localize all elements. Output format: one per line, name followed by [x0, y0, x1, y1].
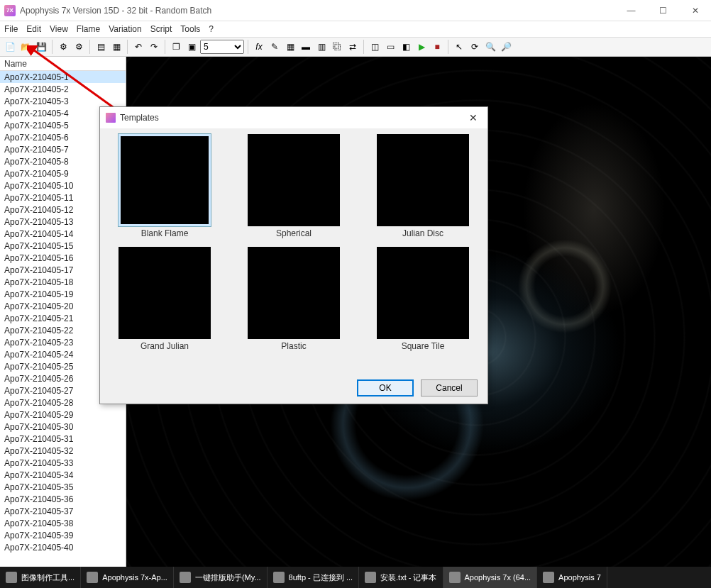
- list-item[interactable]: Apo7X-210405-32: [0, 445, 126, 457]
- taskbar-app-icon: [273, 572, 285, 583]
- taskbar-label: Apophysis 7x-Ap...: [102, 573, 167, 582]
- list-item[interactable]: Apo7X-210405-1: [0, 71, 126, 83]
- menu-view[interactable]: View: [50, 24, 68, 34]
- menu-edit[interactable]: Edit: [26, 24, 41, 34]
- template-label: Square Tile: [402, 341, 445, 351]
- taskbar-app-icon: [6, 572, 17, 583]
- template-thumbnail: [248, 247, 340, 339]
- stop-icon[interactable]: ■: [430, 40, 444, 54]
- list-item[interactable]: Apo7X-210405-29: [0, 409, 126, 421]
- window1-icon[interactable]: ❐: [169, 40, 183, 54]
- list-item[interactable]: Apo7X-210405-3: [0, 95, 126, 107]
- template-item[interactable]: Blank Flame: [110, 134, 219, 238]
- gradient-icon[interactable]: ▥: [314, 40, 329, 54]
- palette-icon[interactable]: ▬: [299, 40, 313, 54]
- template-label: Grand Julian: [140, 341, 189, 351]
- list-item[interactable]: Apo7X-210405-34: [0, 469, 126, 481]
- grid-icon[interactable]: ▦: [283, 40, 297, 54]
- render1-icon[interactable]: ◫: [368, 40, 382, 54]
- list-item[interactable]: Apo7X-210405-31: [0, 433, 126, 445]
- dialog-close-button[interactable]: ✕: [459, 107, 487, 128]
- window2-icon[interactable]: ▣: [184, 40, 199, 54]
- template-item[interactable]: Grand Julian: [110, 247, 219, 351]
- list-item[interactable]: Apo7X-210405-30: [0, 421, 126, 433]
- template-item[interactable]: Julian Disc: [368, 134, 478, 238]
- new-icon[interactable]: 📄: [3, 40, 17, 54]
- taskbar-app-icon: [365, 572, 376, 583]
- taskbar-item[interactable]: Apophysis 7x-Ap...: [81, 567, 174, 588]
- menu-script[interactable]: Script: [150, 24, 172, 34]
- pointer-icon[interactable]: ↖: [452, 40, 466, 54]
- zoom-select[interactable]: 5: [200, 40, 244, 54]
- taskbar-item[interactable]: Apophysis 7x (64...: [443, 567, 538, 588]
- toolbar: 📄 📂 💾 ⚙ ⚙ ▤ ▦ ↶ ↷ ❐ ▣ 5 fx ✎ ▦ ▬ ▥ ⿻ ⇄ ◫…: [0, 37, 711, 57]
- template-item[interactable]: Plastic: [239, 247, 348, 351]
- list-item[interactable]: Apo7X-210405-40: [0, 541, 126, 553]
- copy-icon[interactable]: ⿻: [330, 40, 344, 54]
- menu-variation[interactable]: Variation: [109, 24, 141, 34]
- template-item[interactable]: Square Tile: [368, 247, 478, 351]
- list1-icon[interactable]: ▤: [94, 40, 108, 54]
- zoomin-icon[interactable]: 🔍: [483, 40, 497, 54]
- menu-help[interactable]: ?: [209, 24, 214, 34]
- render2-icon[interactable]: ▭: [383, 40, 397, 54]
- fx-icon[interactable]: fx: [252, 40, 266, 54]
- maximize-button[interactable]: ☐: [647, 0, 679, 21]
- template-thumbnail: [248, 134, 340, 226]
- save-icon[interactable]: 💾: [34, 40, 48, 54]
- window-title: Apophysis 7x Version 15D - 32 bit - Rand…: [20, 6, 615, 16]
- gear2-icon[interactable]: ⚙: [72, 40, 86, 54]
- template-thumbnail: [377, 247, 469, 339]
- render3-icon[interactable]: ◧: [399, 40, 413, 54]
- template-thumbnail: [118, 247, 211, 339]
- template-label: Blank Flame: [141, 228, 189, 238]
- list-item[interactable]: Apo7X-210405-35: [0, 481, 126, 493]
- taskbar-label: Apophysis 7x (64...: [465, 573, 531, 582]
- template-thumbnail: [118, 134, 211, 226]
- minimize-button[interactable]: —: [615, 0, 647, 21]
- menu-file[interactable]: File: [4, 24, 18, 34]
- zoomout-icon[interactable]: 🔎: [499, 40, 513, 54]
- template-item[interactable]: Spherical: [239, 134, 348, 238]
- gear1-icon[interactable]: ⚙: [56, 40, 70, 54]
- menu-bar: File Edit View Flame Variation Script To…: [0, 21, 711, 37]
- rotate-icon[interactable]: ⟳: [468, 40, 482, 54]
- menu-tools[interactable]: Tools: [180, 24, 200, 34]
- edit-icon[interactable]: ✎: [268, 40, 282, 54]
- taskbar-label: 8uftp - 已连接到 ...: [289, 572, 353, 583]
- list2-icon[interactable]: ▦: [109, 40, 123, 54]
- dialog-title: Templates: [120, 113, 159, 123]
- dialog-icon: [106, 113, 116, 123]
- taskbar-app-icon: [87, 572, 98, 583]
- list-item[interactable]: Apo7X-210405-33: [0, 457, 126, 469]
- template-label: Plastic: [281, 341, 306, 351]
- taskbar-item[interactable]: 8uftp - 已连接到 ...: [268, 567, 359, 588]
- redo-icon[interactable]: ↷: [147, 40, 161, 54]
- taskbar-app-icon: [543, 572, 554, 583]
- swap-icon[interactable]: ⇄: [346, 40, 360, 54]
- open-icon[interactable]: 📂: [18, 40, 33, 54]
- taskbar-item[interactable]: 一键排版助手(My...: [174, 567, 268, 588]
- templates-dialog: Templates ✕ Blank FlameSphericalJulian D…: [99, 106, 488, 404]
- play-icon[interactable]: ▶: [414, 40, 429, 54]
- taskbar-label: 安装.txt - 记事本: [380, 572, 436, 583]
- ok-button[interactable]: OK: [357, 379, 414, 396]
- list-item[interactable]: Apo7X-210405-36: [0, 493, 126, 505]
- menu-flame[interactable]: Flame: [77, 24, 100, 34]
- list-item[interactable]: Apo7X-210405-38: [0, 517, 126, 529]
- close-button[interactable]: ✕: [679, 0, 711, 21]
- list-item[interactable]: Apo7X-210405-39: [0, 529, 126, 541]
- list-header[interactable]: Name: [0, 57, 126, 71]
- template-thumbnail: [377, 134, 469, 226]
- taskbar-item[interactable]: Apophysis 7: [537, 567, 607, 588]
- template-label: Julian Disc: [402, 228, 443, 238]
- dialog-titlebar[interactable]: Templates ✕: [100, 107, 487, 128]
- taskbar-item[interactable]: 安装.txt - 记事本: [359, 567, 443, 588]
- list-item[interactable]: Apo7X-210405-37: [0, 505, 126, 517]
- taskbar-app-icon: [180, 572, 191, 583]
- list-item[interactable]: Apo7X-210405-2: [0, 83, 126, 95]
- undo-icon[interactable]: ↶: [131, 40, 145, 54]
- taskbar-item[interactable]: 图像制作工具...: [0, 567, 81, 588]
- cancel-button[interactable]: Cancel: [421, 379, 478, 396]
- template-label: Spherical: [276, 228, 312, 238]
